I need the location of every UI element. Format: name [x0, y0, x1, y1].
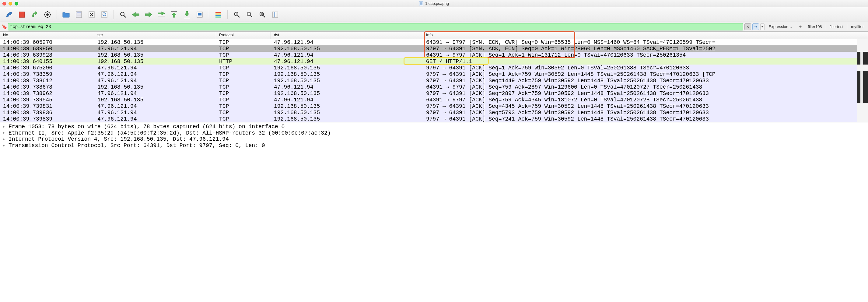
save-file-button[interactable] — [73, 9, 84, 20]
restart-capture-button[interactable] — [29, 9, 40, 20]
add-filter-button[interactable]: + — [797, 24, 804, 30]
svg-line-17 — [124, 16, 126, 17]
separator — [826, 24, 826, 30]
shark-fin-icon[interactable] — [4, 9, 14, 20]
window-filename: 1.cap.pcapng — [425, 1, 449, 6]
packet-cell-dst: 47.96.121.94 — [271, 39, 423, 45]
packet-list[interactable]: 14:00:39.605270192.168.50.135TCP47.96.12… — [0, 39, 857, 122]
packet-cell-dst: 192.168.50.135 — [271, 116, 423, 122]
packet-cell-no: 14:00:39.639850 — [0, 46, 94, 52]
apply-filter-button[interactable]: ➔ — [752, 24, 759, 30]
close-window-button[interactable] — [2, 2, 6, 5]
detail-row-ip[interactable]: ▶Internet Protocol Version 4, Src: 192.1… — [3, 136, 865, 143]
column-header-src[interactable]: src — [94, 32, 216, 39]
zoom-out-button[interactable] — [244, 9, 255, 20]
packet-cell-no: 14:00:39.738612 — [0, 78, 94, 83]
goto-last-packet-button[interactable] — [181, 9, 192, 20]
packet-cell-no: 14:00:39.739831 — [0, 103, 94, 109]
capture-options-button[interactable] — [42, 9, 53, 20]
column-header-info[interactable]: Info — [423, 32, 868, 39]
zoom-reset-button[interactable] — [257, 9, 268, 20]
go-forward-button[interactable] — [143, 9, 154, 20]
packet-row[interactable]: 14:00:39.73983647.96.121.94TCP192.168.50… — [0, 109, 857, 116]
packet-row[interactable]: 14:00:39.73983147.96.121.94TCP192.168.50… — [0, 103, 857, 109]
packet-cell-proto: TCP — [216, 91, 271, 96]
svg-point-37 — [260, 12, 264, 16]
packet-cell-src: 47.96.121.94 — [94, 116, 216, 122]
disclosure-triangle-icon[interactable]: ▶ — [3, 138, 7, 141]
autoscroll-button[interactable] — [194, 9, 205, 20]
detail-row-tcp[interactable]: ▶Transmission Control Protocol, Src Port… — [3, 143, 865, 149]
packet-cell-no: 14:00:39.675290 — [0, 65, 94, 71]
packet-row[interactable]: 14:00:39.605270192.168.50.135TCP47.96.12… — [0, 39, 857, 46]
packet-cell-dst: 192.168.50.135 — [271, 103, 423, 109]
toolbar-separator — [209, 10, 209, 19]
packet-row[interactable]: 14:00:39.738678192.168.50.135TCP47.96.12… — [0, 84, 857, 90]
packet-row[interactable]: 14:00:39.640155192.168.50.135HTTP47.96.1… — [0, 58, 857, 64]
disclosure-triangle-icon[interactable]: ▶ — [3, 131, 7, 135]
packet-cell-src: 47.96.121.94 — [94, 71, 216, 77]
packet-list-header: No. src Protocol dst Info — [0, 32, 868, 39]
goto-first-packet-button[interactable] — [168, 9, 180, 20]
packet-cell-no: 14:00:39.739545 — [0, 97, 94, 102]
stop-capture-button[interactable] — [17, 9, 27, 20]
colorize-list-button[interactable] — [213, 9, 224, 20]
filter-shortcut-1[interactable]: filter108 — [805, 24, 824, 29]
packet-cell-src: 47.96.121.94 — [94, 78, 216, 83]
packet-row[interactable]: 14:00:39.73835947.96.121.94TCP192.168.50… — [0, 71, 857, 77]
go-back-button[interactable] — [130, 9, 141, 20]
svg-point-16 — [121, 12, 124, 16]
packet-cell-no: 14:00:39.605270 — [0, 39, 94, 45]
disclosure-triangle-icon[interactable]: ▶ — [3, 144, 7, 148]
column-header-no[interactable]: No. — [0, 32, 94, 39]
bookmark-icon[interactable]: 🔖 — [2, 24, 7, 30]
packet-row[interactable]: 14:00:39.73896247.96.121.94TCP192.168.50… — [0, 90, 857, 96]
window-controls — [2, 2, 18, 5]
column-header-dst[interactable]: dst — [271, 32, 423, 39]
separator — [847, 24, 847, 30]
close-file-button[interactable] — [86, 9, 97, 20]
detail-row-frame[interactable]: ▶Frame 1053: 78 bytes on wire (624 bits)… — [3, 124, 865, 130]
zoom-in-button[interactable] — [231, 9, 242, 20]
packet-cell-info: 9797 → 64391 [SYN, ACK, ECN] Seq=0 Ack=1… — [423, 46, 857, 52]
minimize-window-button[interactable] — [8, 2, 12, 5]
packet-row[interactable]: 14:00:39.739545192.168.50.135TCP47.96.12… — [0, 96, 857, 103]
packet-row[interactable]: 14:00:39.67529047.96.121.94TCP192.168.50… — [0, 64, 857, 71]
expression-builder-button[interactable]: Expression… — [766, 24, 795, 29]
resize-columns-button[interactable] — [270, 9, 281, 20]
svg-point-2 — [46, 13, 49, 16]
display-filter-bar: 🔖 tcp.stream eq 23 ✕ ➔ ▾ Expression… + f… — [0, 22, 868, 32]
goto-packet-button[interactable] — [156, 9, 167, 20]
packet-details-pane[interactable]: ▶Frame 1053: 78 bytes on wire (624 bits)… — [0, 122, 868, 150]
open-file-button[interactable] — [61, 9, 71, 20]
display-filter-input[interactable]: tcp.stream eq 23 — [8, 23, 743, 30]
packet-row[interactable]: 14:00:39.639928192.168.50.135TCP47.96.12… — [0, 52, 857, 58]
packet-cell-info: 64391 → 9797 [ACK] Seq=759 Ack=4345 Win=… — [423, 97, 857, 102]
packet-minimap[interactable] — [857, 39, 868, 122]
packet-cell-proto: TCP — [216, 39, 271, 45]
filter-shortcut-2[interactable]: filtertest — [827, 24, 846, 29]
reload-file-button[interactable] — [99, 9, 110, 20]
filter-history-dropdown[interactable]: ▾ — [760, 24, 765, 30]
packet-cell-info: 9797 → 64391 [ACK] Seq=7241 Ack=759 Win=… — [423, 116, 857, 122]
svg-line-31 — [238, 16, 240, 17]
packet-cell-dst: 192.168.50.135 — [271, 110, 423, 115]
packet-row[interactable]: 14:00:39.63985047.96.121.94TCP192.168.50… — [0, 46, 857, 52]
find-packet-button[interactable] — [118, 9, 128, 20]
packet-cell-no: 14:00:39.640155 — [0, 59, 94, 64]
packet-cell-src: 47.96.121.94 — [94, 65, 216, 71]
file-icon — [419, 1, 423, 6]
packet-row[interactable]: 14:00:39.73861247.96.121.94TCP192.168.50… — [0, 77, 857, 84]
packet-cell-src: 47.96.121.94 — [94, 91, 216, 96]
packet-cell-proto: TCP — [216, 52, 271, 58]
detail-row-ethernet[interactable]: ▶Ethernet II, Src: Apple_f2:35:2d (a4:5e… — [3, 130, 865, 137]
minimap-mark — [857, 52, 868, 58]
packet-row[interactable]: 14:00:39.73983947.96.121.94TCP192.168.50… — [0, 116, 857, 122]
clear-filter-button[interactable]: ✕ — [744, 24, 751, 30]
disclosure-triangle-icon[interactable]: ▶ — [3, 125, 7, 129]
column-header-proto[interactable]: Protocol — [216, 32, 271, 39]
packet-cell-dst: 192.168.50.135 — [271, 91, 423, 96]
filter-shortcut-3[interactable]: myfilter — [848, 24, 866, 29]
zoom-window-button[interactable] — [14, 2, 18, 5]
minimap-mark — [857, 84, 868, 90]
